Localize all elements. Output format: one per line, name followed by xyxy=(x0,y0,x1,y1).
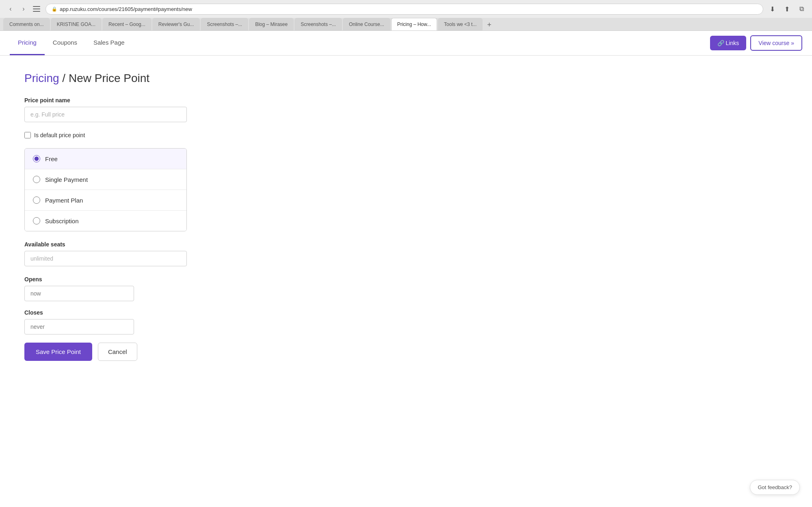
title-separator: / xyxy=(59,72,69,84)
window-button[interactable]: ⧉ xyxy=(796,3,807,15)
form-actions: Save Price Point Cancel xyxy=(24,343,341,361)
available-seats-input[interactable] xyxy=(24,251,187,266)
pricing-option-free[interactable]: Free xyxy=(25,149,186,169)
share-button[interactable]: ⬆ xyxy=(781,3,793,15)
forward-button[interactable]: › xyxy=(18,3,29,15)
pricing-option-payment-plan-label[interactable]: Payment Plan xyxy=(45,197,83,204)
new-tab-button[interactable]: + xyxy=(483,19,495,30)
pricing-option-subscription[interactable]: Subscription xyxy=(25,211,186,231)
is-default-group: Is default price point xyxy=(24,132,341,138)
tab-1[interactable]: KRISTINE GOA... xyxy=(51,18,102,30)
radio-free[interactable] xyxy=(33,155,40,162)
price-point-name-label: Price point name xyxy=(24,97,341,104)
lock-icon: 🔒 xyxy=(52,6,57,12)
svg-rect-0 xyxy=(33,6,40,7)
browser-tabs: Comments on... KRISTINE GOA... Recent – … xyxy=(0,18,812,30)
opens-input[interactable] xyxy=(24,286,134,301)
main-content: Pricing / New Price Point Price point na… xyxy=(0,56,366,377)
save-price-point-button[interactable]: Save Price Point xyxy=(24,343,92,361)
svg-rect-1 xyxy=(33,9,40,9)
pricing-breadcrumb[interactable]: Pricing xyxy=(24,72,59,84)
svg-rect-2 xyxy=(33,11,40,12)
pricing-option-single-payment-label[interactable]: Single Payment xyxy=(45,176,88,183)
pricing-type-options: Free Single Payment Payment Plan Subscri… xyxy=(24,148,187,231)
app-header: Pricing Coupons Sales Page 🔗 Links View … xyxy=(0,31,812,56)
sidebar-button[interactable] xyxy=(31,3,42,15)
cancel-button[interactable]: Cancel xyxy=(98,343,137,361)
app-nav: Pricing Coupons Sales Page xyxy=(10,31,133,55)
tab-0[interactable]: Comments on... xyxy=(3,18,50,30)
links-button[interactable]: 🔗 Links xyxy=(710,36,747,50)
nav-item-sales-page[interactable]: Sales Page xyxy=(85,31,133,55)
browser-actions: ⬇ ⬆ ⧉ xyxy=(767,3,807,15)
tab-2[interactable]: Recent – Goog... xyxy=(102,18,152,30)
opens-group: Opens xyxy=(24,276,341,301)
download-button[interactable]: ⬇ xyxy=(767,3,778,15)
price-point-name-input[interactable] xyxy=(24,107,187,122)
tab-4[interactable]: Screenshots –... xyxy=(201,18,248,30)
new-price-point-title: New Price Point xyxy=(69,72,149,84)
is-default-label[interactable]: Is default price point xyxy=(34,132,85,138)
closes-group: Closes xyxy=(24,309,341,334)
url-text: app.ruzuku.com/courses/21605/payment#pay… xyxy=(60,6,192,12)
tab-5[interactable]: Blog – Mirasee xyxy=(249,18,294,30)
browser-chrome: ‹ › 🔒 app.ruzuku.com/courses/21605/payme… xyxy=(0,0,812,31)
pricing-option-payment-plan[interactable]: Payment Plan xyxy=(25,190,186,211)
available-seats-label: Available seats xyxy=(24,241,341,248)
back-button[interactable]: ‹ xyxy=(5,3,16,15)
nav-item-pricing[interactable]: Pricing xyxy=(10,31,45,55)
radio-payment-plan[interactable] xyxy=(33,196,40,204)
view-course-button[interactable]: View course » xyxy=(750,35,802,51)
price-point-name-group: Price point name xyxy=(24,97,341,122)
available-seats-group: Available seats xyxy=(24,241,341,266)
radio-subscription[interactable] xyxy=(33,217,40,224)
browser-toolbar: ‹ › 🔒 app.ruzuku.com/courses/21605/payme… xyxy=(0,0,812,18)
tab-9[interactable]: Tools we <3 t... xyxy=(438,18,483,30)
address-bar[interactable]: 🔒 app.ruzuku.com/courses/21605/payment#p… xyxy=(45,4,763,15)
closes-label: Closes xyxy=(24,309,341,316)
nav-item-coupons[interactable]: Coupons xyxy=(45,31,85,55)
opens-label: Opens xyxy=(24,276,341,283)
pricing-option-free-label[interactable]: Free xyxy=(45,155,58,162)
closes-input[interactable] xyxy=(24,319,134,334)
is-default-checkbox[interactable] xyxy=(24,132,31,138)
radio-single-payment[interactable] xyxy=(33,176,40,183)
nav-buttons: ‹ › xyxy=(5,3,42,15)
tab-8[interactable]: Pricing – How... xyxy=(391,18,437,30)
tab-3[interactable]: Reviewer's Gu... xyxy=(152,18,200,30)
app-nav-actions: 🔗 Links View course » xyxy=(710,35,802,51)
page-title: Pricing / New Price Point xyxy=(24,72,341,85)
pricing-option-single-payment[interactable]: Single Payment xyxy=(25,169,186,190)
tab-6[interactable]: Screenshots –... xyxy=(294,18,342,30)
tab-7[interactable]: Online Course... xyxy=(343,18,390,30)
pricing-option-subscription-label[interactable]: Subscription xyxy=(45,218,79,224)
